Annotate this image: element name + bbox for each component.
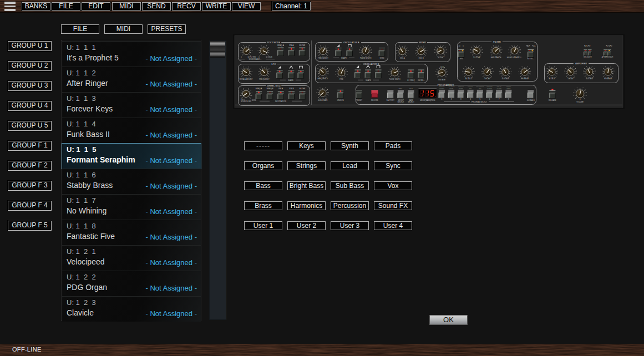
svg-text:FREQUENCY: FREQUENCY: [318, 57, 328, 59]
svg-text:RELEASE: RELEASE: [549, 99, 556, 101]
svg-text:Patch Rev: Patch Rev: [468, 85, 474, 87]
svg-text:NOISE: NOISE: [252, 99, 256, 101]
svg-text:OSC A: OSC A: [400, 57, 405, 59]
svg-text:POLY MODE: POLY MODE: [267, 41, 281, 44]
svg-text:KEYBD...: KEYBD...: [418, 79, 425, 82]
svg-text:10 OSC B: 10 OSC B: [266, 56, 272, 58]
svg-text:VELOCITY: VELOCITY: [584, 56, 592, 58]
svg-text:SUSTAIN: SUSTAIN: [586, 78, 593, 80]
svg-text:KEYBD...: KEYBD...: [528, 58, 535, 60]
svg-text:DECAY: DECAY: [484, 78, 490, 80]
svg-text:RELEASE: RELEASE: [521, 78, 529, 80]
svg-text:MIDI Out: MIDI Out: [497, 85, 502, 87]
svg-text:Par 1: Par 1: [409, 88, 413, 89]
svg-text:Vel Resp: Vel Resp: [497, 88, 502, 89]
svg-text:FINE: FINE: [339, 78, 343, 80]
svg-text:FILTER: FILTER: [493, 40, 501, 43]
svg-text:LO FREQ: LO FREQ: [407, 79, 415, 82]
svg-text:LFO 0: LFO 0: [241, 99, 245, 101]
svg-text:REC...: REC...: [399, 88, 403, 89]
svg-text:SHAPE: SHAPE: [366, 79, 371, 82]
svg-text:MIN: MIN: [460, 58, 463, 60]
svg-text:SYNC: SYNC: [379, 57, 384, 59]
svg-text:SELECT: SELECT: [408, 101, 414, 103]
svg-text:P.Bend: P.Bend: [507, 88, 511, 89]
svg-text:LFO: LFO: [272, 63, 276, 65]
svg-text:MIXER: MIXER: [419, 41, 426, 44]
svg-text:VOLUME: VOLUME: [576, 101, 584, 103]
svg-text:PRESET: PRESET: [356, 99, 362, 101]
svg-text:SHAPE: SHAPE: [288, 79, 293, 82]
svg-text:Osc Download: Osc Download: [476, 85, 484, 87]
svg-text:GROUP|BANK|PROG: GROUP|BANK|PROG: [420, 99, 435, 101]
svg-text:SHAPE: SHAPE: [341, 57, 347, 59]
svg-text:OSCILLATOR B: OSCILLATOR B: [363, 63, 379, 65]
svg-text:RESONANCE: RESONANCE: [491, 57, 501, 59]
svg-text:DECAY: DECAY: [568, 78, 574, 80]
svg-text:GLIDE RATE: GLIDE RATE: [318, 99, 328, 101]
svg-text:SUSTAIN: SUSTAIN: [502, 78, 509, 80]
svg-text:FACTORY: FACTORY: [387, 99, 394, 101]
svg-text:RELEASE: RELEASE: [604, 78, 612, 80]
svg-text:SOURCE AMO...: SOURCE AMO...: [249, 58, 262, 60]
svg-text:NOISE: NOISE: [438, 57, 443, 59]
svg-text:DESTINATION: DESTINATION: [275, 100, 286, 103]
svg-text:PULSE WIDTH: PULSE WIDTH: [389, 78, 400, 80]
svg-text:INITIAL AMOUNT: INITIAL AMOUNT: [240, 78, 253, 80]
svg-text:Local Ctrl: Local Ctrl: [506, 85, 511, 87]
svg-text:FILTER: FILTER: [299, 44, 305, 47]
svg-text:OSC B: OSC B: [418, 57, 423, 59]
svg-text:PW A: PW A: [289, 44, 294, 47]
svg-text:FREQUENCY: FREQUENCY: [317, 78, 328, 80]
svg-text:Release: Release: [459, 88, 463, 89]
svg-text:CUTOFF: CUTOFF: [473, 57, 480, 59]
svg-text:SELECT: SELECT: [398, 101, 404, 103]
svg-text:PW B: PW B: [290, 88, 294, 90]
svg-text:HALF: HALF: [526, 45, 530, 47]
svg-text:AMPLIFIER: AMPLIFIER: [575, 62, 587, 65]
svg-text:10 FILT ENV: 10 FILT ENV: [248, 56, 256, 58]
svg-text:FULL: FULL: [532, 45, 536, 47]
svg-text:Formants: Formants: [439, 88, 444, 89]
svg-text:Stream: Stream: [449, 88, 453, 89]
svg-text:GLOBALS: GLOBALS: [527, 99, 535, 101]
svg-text:RECORD: RECORD: [371, 99, 379, 101]
svg-text:PULSE WIDTH: PULSE WIDTH: [360, 57, 372, 59]
svg-text:Patch 2/10: Patch 2/10: [458, 85, 464, 87]
svg-text:VINTAGE: VINTAGE: [438, 79, 445, 81]
svg-text:FREQ B: FREQ B: [267, 88, 273, 90]
svg-text:FREQ A: FREQ A: [277, 44, 285, 47]
svg-text:FLT LFO: FLT LFO: [584, 45, 591, 47]
svg-text:Transpose: Transpose: [439, 85, 445, 87]
svg-text:ATTACK: ATTACK: [465, 78, 471, 80]
svg-text:ENVELOPE AMOU...: ENVELOPE AMOU...: [507, 57, 523, 59]
svg-text:FREQ A: FREQ A: [256, 88, 263, 90]
svg-text:PW A: PW A: [278, 88, 283, 90]
svg-text:FILTER: FILTER: [300, 88, 306, 90]
svg-text:4 10 1: 4 10 1: [440, 66, 444, 68]
svg-text:FREQUENCY: FREQUENCY: [259, 78, 270, 80]
svg-text:OSCILLATOR A: OSCILLATOR A: [343, 41, 359, 44]
svg-text:AFTERTOUCH: AFTERTOUCH: [602, 56, 613, 58]
svg-text:PROGRAM SELECT: PROGRAM SELECT: [471, 101, 487, 103]
svg-text:Anti-Chorus: Anti-Chorus: [448, 85, 454, 87]
svg-text:ATTACK: ATTACK: [549, 78, 555, 80]
svg-text:MIDI Dump: MIDI Dump: [486, 85, 493, 87]
svg-text:WHEEL MOD: WHEEL MOD: [267, 84, 281, 87]
svg-text:FLT LFO: FLT LFO: [606, 45, 613, 47]
svg-text:UNISON: UNISON: [337, 99, 344, 101]
svg-text:M.Tuning: M.Tuning: [487, 88, 492, 89]
